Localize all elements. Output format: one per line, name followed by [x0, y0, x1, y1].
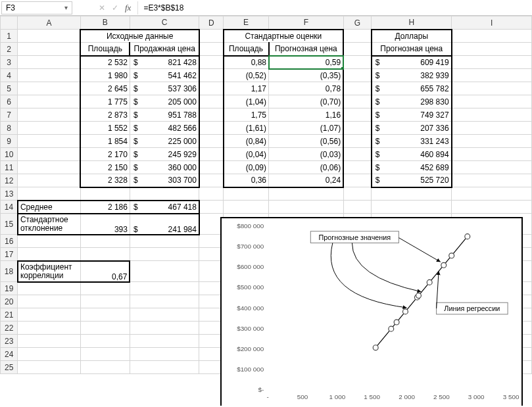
cell[interactable]: 2 873 [80, 108, 130, 122]
cell[interactable] [452, 30, 532, 43]
cell[interactable] [18, 295, 80, 308]
formula-input[interactable]: =E3*$B$18 [138, 1, 531, 14]
row-header[interactable]: 12 [1, 174, 18, 187]
cell[interactable] [18, 56, 80, 69]
cell[interactable]: 1 552 [80, 122, 130, 135]
cell[interactable] [372, 201, 452, 214]
cell[interactable] [224, 201, 269, 214]
cell[interactable]: 205 000 [130, 95, 199, 108]
cell[interactable]: 1 775 [80, 95, 130, 108]
col-header[interactable]: F [269, 16, 344, 30]
cell[interactable]: 382 939 [372, 69, 452, 82]
select-all[interactable] [1, 16, 18, 30]
cell[interactable]: (0,35) [269, 69, 344, 82]
cell[interactable] [343, 69, 372, 82]
row-header[interactable]: 9 [1, 135, 18, 148]
cell[interactable] [452, 135, 532, 148]
cell[interactable] [18, 235, 80, 248]
cell[interactable] [130, 282, 199, 295]
cell[interactable]: Стандартноеотклонение [18, 214, 80, 235]
cell[interactable] [18, 248, 80, 261]
cell[interactable] [343, 187, 372, 201]
cell[interactable] [343, 95, 372, 108]
cell[interactable] [199, 30, 224, 43]
cell[interactable] [18, 174, 80, 187]
cell[interactable]: (1,61) [224, 122, 269, 135]
cell[interactable]: 0,24 [269, 174, 344, 187]
cell[interactable]: 525 720 [372, 174, 452, 187]
cell[interactable]: (1,04) [224, 95, 269, 108]
cell[interactable] [452, 122, 532, 135]
col-header[interactable]: E [224, 16, 269, 30]
row-header[interactable]: 24 [1, 348, 18, 361]
cell[interactable]: Продажная цена [130, 43, 199, 56]
row-header[interactable]: 14 [1, 201, 18, 214]
cell[interactable] [199, 69, 224, 82]
row-header[interactable]: 20 [1, 295, 18, 308]
cell[interactable]: 460 894 [372, 148, 452, 161]
row-header[interactable]: 11 [1, 161, 18, 174]
cell[interactable]: Среднее [18, 201, 80, 214]
cell[interactable] [80, 361, 130, 374]
cell[interactable] [224, 187, 269, 201]
cell[interactable]: 1 980 [80, 69, 130, 82]
cell[interactable] [18, 308, 80, 322]
cell[interactable] [199, 122, 224, 135]
cell[interactable] [343, 108, 372, 122]
cell[interactable]: 0,67 [80, 261, 130, 282]
cell[interactable]: 225 000 [130, 135, 199, 148]
row-header[interactable]: 21 [1, 308, 18, 322]
cell[interactable]: 537 306 [130, 82, 199, 95]
cell[interactable] [343, 161, 372, 174]
cell[interactable]: 821 428 [130, 56, 199, 69]
cell[interactable] [452, 201, 532, 214]
cell[interactable]: Прогнозная цена [269, 43, 344, 56]
cell[interactable] [130, 361, 199, 374]
cell[interactable]: 2 328 [80, 174, 130, 187]
cell[interactable] [80, 235, 130, 248]
row-header[interactable]: 25 [1, 361, 18, 374]
cell[interactable]: Стандартные оценки [224, 30, 344, 43]
cell[interactable] [130, 322, 199, 335]
row-header[interactable]: 15 [1, 214, 18, 235]
row-header[interactable]: 17 [1, 248, 18, 261]
cell[interactable] [18, 108, 80, 122]
cell[interactable] [343, 148, 372, 161]
cell[interactable] [452, 187, 532, 201]
cell[interactable] [199, 135, 224, 148]
cell[interactable] [130, 308, 199, 322]
cell[interactable] [18, 322, 80, 335]
cell[interactable] [18, 43, 80, 56]
cell[interactable]: Прогнозная цена [372, 43, 452, 56]
row-header[interactable]: 23 [1, 335, 18, 348]
cell[interactable] [199, 82, 224, 95]
cell[interactable]: 1,75 [224, 108, 269, 122]
cell[interactable] [452, 82, 532, 95]
cell[interactable] [18, 361, 80, 374]
cell[interactable] [80, 308, 130, 322]
row-header[interactable]: 13 [1, 187, 18, 201]
cell[interactable] [343, 122, 372, 135]
cell[interactable]: (0,56) [269, 135, 344, 148]
row-header[interactable]: 5 [1, 82, 18, 95]
cell[interactable] [452, 148, 532, 161]
col-header[interactable]: D [199, 16, 224, 30]
cell[interactable] [199, 201, 224, 214]
cell[interactable] [452, 174, 532, 187]
formula-bar[interactable]: F3 ▾ ✕ ✓ fx =E3*$B$18 [0, 0, 532, 16]
cell[interactable]: (0,52) [224, 69, 269, 82]
cell[interactable]: 951 788 [130, 108, 199, 122]
cell[interactable] [199, 56, 224, 69]
cell[interactable] [199, 174, 224, 187]
cell[interactable]: 749 327 [372, 108, 452, 122]
cell[interactable]: 609 419 [372, 56, 452, 69]
row-header[interactable]: 16 [1, 235, 18, 248]
cell[interactable]: (1,07) [269, 122, 344, 135]
col-header[interactable]: C [130, 16, 199, 30]
cell[interactable]: 1,17 [224, 82, 269, 95]
cell[interactable] [80, 348, 130, 361]
cell[interactable] [199, 161, 224, 174]
row-header[interactable]: 10 [1, 148, 18, 161]
cell[interactable]: 1 854 [80, 135, 130, 148]
cell[interactable]: 303 700 [130, 174, 199, 187]
